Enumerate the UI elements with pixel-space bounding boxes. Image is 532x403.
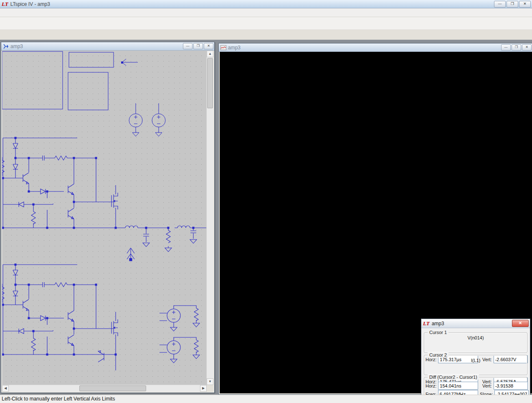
toolbar — [0, 17, 532, 30]
schematic-restore-button[interactable]: ❐ — [193, 43, 203, 49]
cursor-dialog[interactable]: LT amp3 ✕ Cursor 1 V(n014) Horz: Vert: C… — [421, 319, 530, 395]
scroll-left-icon[interactable]: ◀ — [2, 385, 9, 392]
cursor-dialog-titlebar[interactable]: LT amp3 ✕ — [421, 319, 530, 328]
schematic-window-titlebar[interactable]: amp3 — ❐ ✕ — [1, 42, 214, 51]
horizontal-scrollbar[interactable]: ◀ ▶ — [2, 385, 207, 392]
diff-vert-label: Vert: — [482, 383, 492, 388]
diff-slope-field[interactable] — [494, 390, 529, 395]
schematic-minimize-button[interactable]: — — [183, 43, 193, 49]
waveform-window-title: amp3 — [228, 45, 241, 51]
diff-freq-label: Freq: — [426, 392, 436, 395]
schematic-window: amp3 — ❐ ✕ — [1, 42, 215, 393]
close-button[interactable]: ✕ — [519, 1, 531, 8]
tabbar — [0, 31, 532, 40]
cursor2-label: Cursor 2 — [428, 352, 448, 357]
schematic-client: ▲ ▼ ◀ ▶ — [2, 51, 213, 392]
horizontal-scroll-thumb[interactable] — [79, 385, 146, 391]
scroll-up-icon[interactable]: ▲ — [207, 51, 213, 57]
scroll-right-icon[interactable]: ▶ — [200, 385, 207, 392]
vertical-scrollbar[interactable]: ▲ ▼ — [206, 51, 213, 385]
cursor1-group: Cursor 1 V(n014) — [424, 332, 527, 353]
vertical-scroll-thumb[interactable] — [207, 58, 213, 108]
waveform-restore-button[interactable]: ❐ — [512, 44, 521, 51]
diff-label: Diff (Cursor2 - Cursor1) — [428, 375, 479, 380]
ltspice-window: LT LTspice IV - amp3 — ❐ ✕ amp3 — ❐ ✕ — [0, 0, 532, 403]
waveform-minimize-button[interactable]: — — [501, 44, 511, 51]
waveform-window-titlebar[interactable]: amp3 — ❐ ✕ — [219, 43, 532, 52]
schematic-close-button[interactable]: ✕ — [204, 43, 213, 49]
cursor-dialog-title: amp3 — [432, 321, 444, 326]
cursor1-trace: V(n014) — [424, 335, 527, 340]
waveform-close-button[interactable]: ✕ — [522, 44, 532, 51]
window-title: LTspice IV - amp3 — [10, 1, 50, 7]
cursor2-group: Cursor 2 I(L1) — [424, 355, 527, 375]
schematic-labels — [2, 51, 207, 383]
schematic-window-icon — [3, 44, 9, 49]
schematic-window-title: amp3 — [10, 43, 23, 49]
app-logo-icon: LT — [2, 1, 8, 8]
scroll-down-icon[interactable]: ▼ — [207, 378, 213, 385]
resize-grip[interactable] — [207, 385, 213, 392]
menubar — [0, 8, 532, 17]
diff-freq-field[interactable] — [438, 390, 478, 395]
status-bar: Left-Click to manually enter Left Vertic… — [0, 395, 532, 403]
diff-horz-label: Horz: — [426, 383, 436, 388]
cursor-dialog-icon: LT — [423, 320, 430, 327]
waveform-window-icon — [220, 45, 226, 50]
cursor2-trace: I(L1) — [424, 358, 527, 363]
mdi-area: amp3 — ❐ ✕ — [0, 40, 532, 395]
titlebar: LT LTspice IV - amp3 — ❐ ✕ — [0, 0, 532, 8]
diff-vert-field[interactable] — [494, 382, 528, 390]
cursor-dialog-close-icon[interactable]: ✕ — [512, 320, 529, 327]
schematic-canvas[interactable] — [2, 51, 207, 385]
diff-horz-field[interactable] — [438, 382, 478, 390]
minimize-button[interactable]: — — [494, 1, 506, 8]
restore-button[interactable]: ❐ — [507, 1, 518, 8]
cursor1-label: Cursor 1 — [428, 330, 448, 335]
diff-slope-label: Slope: — [480, 392, 493, 395]
